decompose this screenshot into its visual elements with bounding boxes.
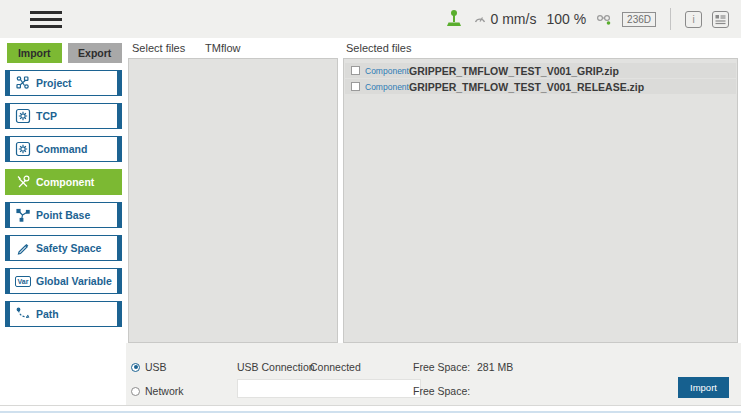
selected-files-panel: Component GRIPPER_TMFLOW_TEST_V001_GRIP.… <box>343 58 738 343</box>
manual-mode-joystick-icon <box>445 9 463 29</box>
file-checkbox[interactable] <box>351 66 360 75</box>
import-export-tabs: Import Export <box>0 38 126 70</box>
log-notice-icon[interactable] <box>712 11 729 28</box>
free-space-value-usb: 281 MB <box>477 361 513 373</box>
file-type-label: Component <box>365 66 409 76</box>
speed-value: 0 mm/s <box>491 11 537 27</box>
connection-nodes-icon <box>596 12 612 26</box>
sidebar-item-label: TCP <box>36 110 57 122</box>
import-button[interactable]: Import <box>678 377 729 398</box>
bottom-bar: USB Network USB Connection Connected Fre… <box>126 343 741 405</box>
sidebar-item-path[interactable]: Path <box>5 301 122 327</box>
project-icon <box>10 75 36 91</box>
speed-gauge-icon <box>473 12 487 26</box>
free-space-label-usb: Free Space: <box>413 361 470 373</box>
sidebar-item-label: Project <box>36 77 72 89</box>
file-type-label: Component <box>365 82 409 92</box>
tools-icon <box>10 174 36 190</box>
usb-connection-status: Connected <box>310 361 361 373</box>
network-radio-label: Network <box>145 385 184 397</box>
footer-strip <box>0 405 741 413</box>
usb-radio-label: USB <box>145 361 167 373</box>
usb-connection-label: USB Connection <box>237 361 315 373</box>
network-radio[interactable]: Network <box>131 385 184 397</box>
source-files-panel[interactable] <box>128 58 338 343</box>
gear-icon <box>10 108 36 124</box>
usb-radio-button[interactable] <box>131 363 140 372</box>
sidebar-item-label: Safety Space <box>36 242 101 254</box>
sidebar-item-project[interactable]: Project <box>5 70 122 96</box>
main-headers: Select files TMflow Selected files <box>128 38 741 58</box>
sidebar-item-label: Point Base <box>36 209 90 221</box>
usb-radio[interactable]: USB <box>131 361 167 373</box>
tab-export[interactable]: Export <box>68 43 123 63</box>
tmflow-import-export-screen: 0 mm/s 100 % 236D i <box>0 0 741 413</box>
network-address-input[interactable] <box>237 379 421 398</box>
sidebar: Import Export Project TCP <box>0 38 126 405</box>
hamburger-menu-icon[interactable] <box>30 11 62 28</box>
gear-icon <box>10 141 36 157</box>
file-name: GRIPPER_TMFLOW_TEST_V001_GRIP.zip <box>409 65 619 77</box>
sidebar-item-safety-space[interactable]: Safety Space <box>5 235 122 261</box>
var-icon: Var <box>10 276 36 287</box>
sidebar-item-component[interactable]: Component <box>5 169 122 195</box>
sidebar-item-label: Command <box>36 143 87 155</box>
status-cluster: 0 mm/s 100 % 236D i <box>445 0 730 38</box>
free-space-label-network: Free Space: <box>413 385 470 397</box>
tmflow-source-tab[interactable]: TMflow <box>205 42 240 54</box>
path-icon <box>10 306 36 322</box>
sidebar-item-label: Global Variable <box>36 275 112 287</box>
sidebar-item-global-variable[interactable]: Var Global Variable <box>5 268 122 294</box>
file-name: GRIPPER_TMFLOW_TEST_V001_RELEASE.zip <box>409 81 644 93</box>
sidebar-item-point-base[interactable]: Point Base <box>5 202 122 228</box>
selected-file-row[interactable]: Component GRIPPER_TMFLOW_TEST_V001_GRIP.… <box>345 63 736 78</box>
project-speed-indicator: 100 % <box>546 11 586 27</box>
selected-files-header: Selected files <box>346 42 411 54</box>
file-checkbox[interactable] <box>351 82 360 91</box>
topbar-divider <box>670 8 671 30</box>
selected-file-row[interactable]: Component GRIPPER_TMFLOW_TEST_V001_RELEA… <box>345 79 736 94</box>
speed-indicator: 0 mm/s <box>473 11 537 27</box>
tab-import[interactable]: Import <box>7 43 62 63</box>
robot-id-badge: 236D <box>622 12 656 27</box>
sidebar-item-label: Component <box>36 176 94 188</box>
top-bar: 0 mm/s 100 % 236D i <box>0 0 741 38</box>
info-icon[interactable]: i <box>685 11 702 28</box>
point-base-icon <box>10 207 36 223</box>
sidebar-item-command[interactable]: Command <box>5 136 122 162</box>
sidebar-item-tcp[interactable]: TCP <box>5 103 122 129</box>
network-radio-button[interactable] <box>131 387 140 396</box>
pen-icon <box>10 240 36 256</box>
select-files-header: Select files <box>132 42 185 54</box>
percent-value: 100 % <box>546 11 586 27</box>
sidebar-item-label: Path <box>36 308 59 320</box>
